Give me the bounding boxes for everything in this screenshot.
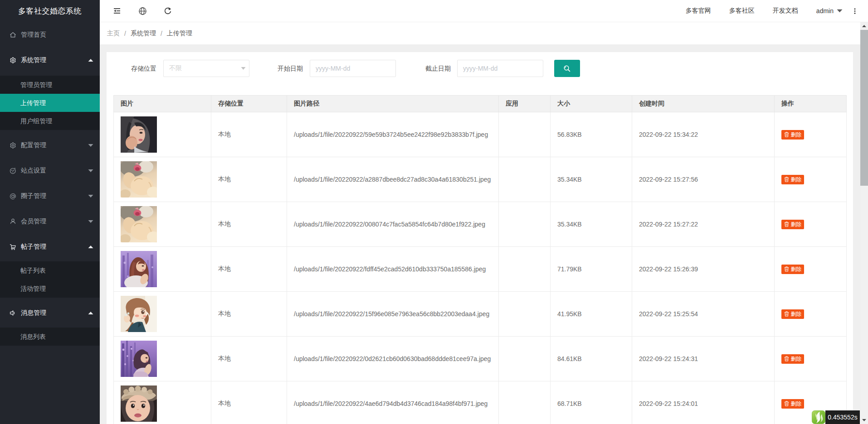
- cell-path: /uploads/1/file/20220922/fdff45e2cad52d6…: [287, 247, 499, 292]
- cell-actions: 删除: [775, 292, 847, 337]
- start-date-label: 开始日期: [278, 60, 303, 77]
- cell-path: /uploads/1/file/20220922/a2887dbee8dc27a…: [287, 157, 499, 202]
- cell-app: [499, 337, 551, 381]
- trash-icon: [784, 401, 789, 406]
- table-row: 本地 /uploads/1/file/20220922/a2887dbee8dc…: [114, 157, 847, 202]
- sidebar-subitem-activity-manage[interactable]: 活动管理: [0, 279, 100, 298]
- row-thumbnail: [121, 341, 157, 377]
- delete-button[interactable]: 删除: [781, 220, 804, 229]
- caret-down-icon: [837, 9, 843, 13]
- storage-select[interactable]: 不限: [163, 60, 249, 77]
- delete-button[interactable]: 删除: [781, 175, 804, 184]
- nav-community[interactable]: 多客社区: [720, 0, 764, 22]
- uploads-table: 图片 存储位置 图片路径 应用 大小 创建时间 操作 本地 /uploads/1…: [113, 95, 847, 424]
- cell-size: 56.83KB: [551, 112, 632, 157]
- sidebar-subitem-upload-manage[interactable]: 上传管理: [0, 94, 100, 112]
- cell-storage: 本地: [211, 337, 287, 381]
- sidebar-menu: 管理首页 系统管理 管理员管理 上传管理 用户组管理 配置管理 站点设置: [0, 22, 100, 346]
- start-date-input[interactable]: [310, 60, 396, 77]
- sidebar-item-site[interactable]: 站点设置: [0, 158, 100, 183]
- globe-icon[interactable]: [130, 0, 155, 22]
- cell-size: 68.71KB: [551, 381, 632, 424]
- user-dropdown[interactable]: admin: [807, 0, 849, 22]
- cell-storage: 本地: [211, 292, 287, 337]
- sidebar-item-member[interactable]: 会员管理: [0, 209, 100, 234]
- chevron-up-icon: [88, 59, 93, 62]
- gear-icon: [10, 57, 16, 64]
- home-icon: [10, 32, 16, 39]
- cell-created: 2022-09-22 15:24:01: [632, 381, 775, 424]
- cell-size: 41.95KB: [551, 292, 632, 337]
- cell-image[interactable]: [114, 247, 211, 292]
- cell-image[interactable]: [114, 337, 211, 381]
- row-thumbnail: [121, 385, 157, 422]
- scrollbar[interactable]: [860, 22, 868, 424]
- sidebar-item-label: 配置管理: [21, 141, 46, 149]
- sidebar-item-circle[interactable]: 圈子管理: [0, 183, 100, 209]
- trash-icon: [784, 356, 789, 361]
- chevron-up-icon: [88, 246, 93, 249]
- chevron-down-icon: [88, 169, 93, 173]
- user-icon: [10, 218, 16, 225]
- cell-path: /uploads/1/file/20220922/59e59b3724b5ee2…: [287, 112, 499, 157]
- sidebar-item-label: 系统管理: [21, 56, 46, 64]
- sidebar-item-home[interactable]: 管理首页: [0, 22, 100, 48]
- sidebar-subitem-message-list[interactable]: 消息列表: [0, 328, 100, 346]
- sidebar-item-post[interactable]: 帖子管理: [0, 234, 100, 260]
- col-created: 创建时间: [632, 96, 775, 112]
- delete-button[interactable]: 删除: [781, 130, 804, 140]
- sidebar-subitem-admin-manage[interactable]: 管理员管理: [0, 76, 100, 94]
- cog-icon: [10, 142, 16, 149]
- sidebar-item-label: 帖子管理: [21, 243, 46, 251]
- refresh-icon[interactable]: [155, 0, 180, 22]
- scrollbar-up-button[interactable]: [860, 22, 868, 30]
- trash-icon: [784, 311, 789, 317]
- cell-image[interactable]: [114, 381, 211, 424]
- thinkphp-trace: 0.453552s: [812, 410, 860, 424]
- topbar-right: 多客官网 多客社区 开发文档 admin: [677, 0, 864, 22]
- at-icon: [10, 193, 16, 200]
- cell-storage: 本地: [211, 157, 287, 202]
- breadcrumb-system[interactable]: 系统管理: [131, 29, 156, 38]
- delete-button[interactable]: 删除: [781, 309, 804, 319]
- sidebar-submenu-post: 帖子列表 活动管理: [0, 261, 100, 298]
- row-thumbnail: [121, 161, 157, 198]
- cell-image[interactable]: [114, 157, 211, 202]
- sidebar-item-label: 站点设置: [21, 167, 46, 175]
- nav-dev-docs[interactable]: 开发文档: [764, 0, 807, 22]
- scrollbar-thumb[interactable]: [860, 30, 868, 186]
- sidebar-item-config[interactable]: 配置管理: [0, 133, 100, 158]
- cell-image[interactable]: [114, 292, 211, 337]
- thinkphp-logo-icon[interactable]: [812, 410, 825, 424]
- breadcrumb: 主页 / 系统管理 / 上传管理: [100, 22, 868, 44]
- col-storage: 存储位置: [211, 96, 287, 112]
- cell-actions: 删除: [775, 112, 847, 157]
- more-menu-button[interactable]: [849, 0, 864, 22]
- scrollbar-down-button[interactable]: [860, 416, 868, 424]
- sidebar-subitem-usergroup-manage[interactable]: 用户组管理: [0, 112, 100, 130]
- face-icon: [10, 168, 16, 174]
- cell-image[interactable]: [114, 202, 211, 247]
- cell-image[interactable]: [114, 112, 211, 157]
- end-date-input[interactable]: [457, 60, 543, 77]
- delete-button[interactable]: 删除: [781, 354, 804, 364]
- delete-button[interactable]: 删除: [781, 399, 804, 409]
- sidebar-item-label: 消息管理: [21, 309, 46, 317]
- sidebar-subitem-post-list[interactable]: 帖子列表: [0, 261, 100, 279]
- delete-button[interactable]: 删除: [781, 265, 804, 274]
- trash-icon: [784, 177, 789, 182]
- table-row: 本地 /uploads/1/file/20220922/fdff45e2cad5…: [114, 247, 847, 292]
- collapse-sidebar-button[interactable]: [104, 0, 130, 22]
- app-title: 多客社交婚恋系统: [18, 6, 82, 16]
- cell-path: /uploads/1/file/20220922/15f96e085e7963e…: [287, 292, 499, 337]
- nav-official-site[interactable]: 多客官网: [677, 0, 720, 22]
- sidebar-item-message[interactable]: 消息管理: [0, 300, 100, 326]
- breadcrumb-home[interactable]: 主页: [107, 29, 120, 38]
- sidebar-item-system[interactable]: 系统管理: [0, 48, 100, 73]
- table-row: 本地 /uploads/1/file/20220922/008074c7fac5…: [114, 202, 847, 247]
- sidebar-item-label: 管理首页: [21, 31, 46, 39]
- search-button[interactable]: [554, 60, 580, 77]
- cell-app: [499, 112, 551, 157]
- cell-size: 35.34KB: [551, 157, 632, 202]
- cell-app: [499, 292, 551, 337]
